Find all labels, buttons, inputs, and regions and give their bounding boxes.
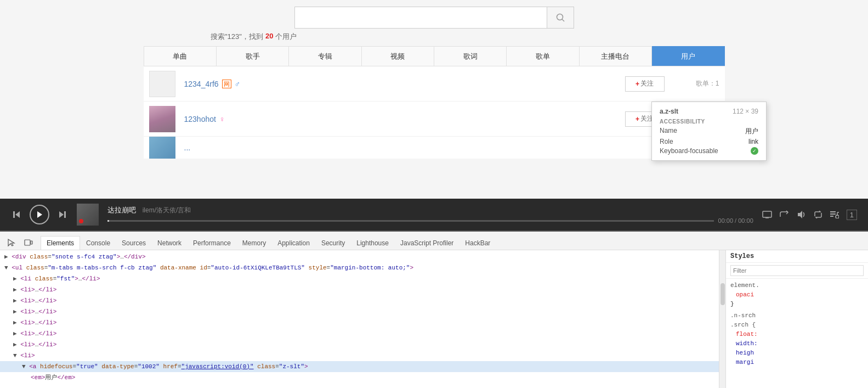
player-bar: 达拉崩吧 ilem/洛天依/言和 00:00 / 00:00 bbox=[0, 199, 868, 230]
tab-network[interactable]: Network bbox=[152, 237, 187, 250]
share-button[interactable] bbox=[780, 210, 788, 219]
tab-radio[interactable]: 主播电台 bbox=[580, 46, 652, 66]
song-count: 歌单：1 bbox=[676, 79, 719, 88]
dom-line[interactable]: ▶ <li>…</li> bbox=[0, 317, 719, 328]
dom-line[interactable]: ▶ <li>…</li> bbox=[0, 328, 719, 339]
song-name: 达拉崩吧 bbox=[107, 206, 136, 214]
user-result-item: 1234_4rf6 网 ♂ + 关注 歌单：1 bbox=[144, 66, 725, 102]
inspect-icon[interactable] bbox=[4, 235, 19, 250]
svg-rect-17 bbox=[31, 241, 32, 244]
tab-security[interactable]: Security bbox=[316, 237, 350, 250]
track-number: 1 bbox=[847, 210, 857, 220]
result-text-suffix: 个用户 bbox=[275, 32, 297, 42]
quality-button[interactable] bbox=[762, 211, 772, 218]
scrollbar-vertical[interactable] bbox=[719, 250, 725, 388]
repeat-button[interactable] bbox=[814, 211, 822, 218]
tab-lighthouse[interactable]: Lighthouse bbox=[351, 237, 394, 250]
style-rule: opaci bbox=[730, 290, 864, 300]
time-display: 00:00 / 00:00 bbox=[718, 217, 753, 224]
play-button[interactable] bbox=[30, 205, 49, 224]
follow-label: 关注 bbox=[640, 79, 654, 88]
tab-album[interactable]: 专辑 bbox=[289, 46, 361, 66]
tab-singer[interactable]: 歌手 bbox=[217, 46, 289, 66]
avatar bbox=[149, 137, 175, 159]
tooltip-prop-role: Role link bbox=[660, 138, 758, 145]
next-button[interactable] bbox=[57, 209, 68, 220]
svg-marker-9 bbox=[798, 211, 802, 218]
style-rule: float: bbox=[730, 330, 864, 339]
dom-line[interactable]: ▶ <li>…</li> bbox=[0, 339, 719, 350]
gender-icon: ♂ bbox=[235, 80, 241, 88]
tab-console[interactable]: Console bbox=[81, 237, 116, 250]
song-artists: ilem/洛天依/言和 bbox=[143, 206, 191, 214]
prop-value: link bbox=[748, 138, 758, 145]
user-name-partial: ... bbox=[184, 143, 191, 152]
search-input[interactable]: 123 bbox=[294, 7, 547, 29]
prev-icon bbox=[11, 209, 22, 220]
dom-line[interactable]: ▼ <ul class="m-tabs m-tabs-srch f-cb zta… bbox=[0, 262, 719, 273]
user-result-item: 123hohot ♀ + 关注 歌单：5 bbox=[144, 102, 725, 137]
accessibility-tooltip: a.z-slt 112 × 39 ACCESSIBILITY Name 用户 R… bbox=[651, 102, 767, 161]
svg-rect-7 bbox=[763, 211, 771, 217]
prev-button[interactable] bbox=[11, 209, 22, 220]
dom-line[interactable]: ▶ <li>…</li> bbox=[0, 295, 719, 306]
next-icon bbox=[57, 209, 68, 220]
dom-line-selected[interactable]: ▼ <a hidefocus="true" data-type="1002" h… bbox=[0, 361, 719, 372]
user-name[interactable]: 1234_4rf6 网 ♂ bbox=[184, 80, 625, 88]
svg-marker-5 bbox=[59, 211, 64, 218]
dom-line[interactable]: ▶ <li>…</li> bbox=[0, 306, 719, 317]
tab-hackbar[interactable]: HackBar bbox=[459, 237, 496, 250]
svg-marker-2 bbox=[15, 211, 20, 218]
styles-filter-input[interactable] bbox=[730, 265, 864, 276]
tab-performance[interactable]: Performance bbox=[188, 237, 236, 250]
svg-line-1 bbox=[562, 19, 564, 21]
progress-bar[interactable] bbox=[107, 220, 714, 222]
tab-memory[interactable]: Memory bbox=[237, 237, 271, 250]
tab-playlist[interactable]: 歌单 bbox=[507, 46, 579, 66]
play-icon bbox=[36, 211, 43, 218]
tooltip-prop-name: Name 用户 bbox=[660, 127, 758, 136]
dom-line[interactable]: ▶ <div class="snote s-fc4 ztag">…</div> bbox=[0, 251, 719, 262]
screen-icon bbox=[762, 211, 772, 218]
tooltip-prop-focusable: Keyboard-focusable ✓ bbox=[660, 147, 758, 155]
tab-single[interactable]: 单曲 bbox=[144, 46, 217, 66]
tab-users[interactable]: 用户 bbox=[652, 46, 724, 66]
search-result-info: 搜索"123"，找到 20 个用户 bbox=[211, 32, 297, 42]
username-text: 123hohot bbox=[184, 115, 216, 123]
dom-line[interactable]: ▶ <li>…</li> bbox=[0, 284, 719, 295]
username-text: 1234_4rf6 bbox=[184, 80, 219, 88]
scrollbar-thumb[interactable] bbox=[721, 283, 725, 305]
tab-video[interactable]: 视频 bbox=[362, 46, 434, 66]
repeat-icon bbox=[814, 211, 822, 218]
user-results: 1234_4rf6 网 ♂ + 关注 歌单：1 123hohot ♀ + 关注 bbox=[144, 66, 725, 159]
tooltip-section-title: ACCESSIBILITY bbox=[660, 119, 758, 125]
gender-icon-f: ♀ bbox=[219, 115, 225, 123]
follow-button[interactable]: + 关注 bbox=[625, 76, 665, 92]
tab-sources[interactable]: Sources bbox=[116, 237, 151, 250]
progress-fill bbox=[107, 220, 109, 222]
dom-line[interactable]: <em>用户</em> bbox=[0, 372, 719, 383]
dom-line[interactable]: ▶ <li class="fst">…</li> bbox=[0, 273, 719, 284]
search-button[interactable] bbox=[547, 7, 574, 29]
prop-label: Name bbox=[660, 127, 677, 136]
devtools-tabbar: Elements Console Sources Network Perform… bbox=[0, 232, 868, 250]
styles-filter-area bbox=[726, 263, 868, 279]
styles-panel: Styles element. opaci } .n-srch .srch { bbox=[725, 250, 868, 388]
tab-js-profiler[interactable]: JavaScript Profiler bbox=[395, 237, 459, 250]
device-icon[interactable] bbox=[21, 235, 36, 250]
dom-line[interactable]: ▼ <li> bbox=[0, 350, 719, 361]
tab-application[interactable]: Application bbox=[272, 237, 315, 250]
plus-icon: + bbox=[636, 115, 639, 123]
tab-lyrics[interactable]: 歌词 bbox=[434, 46, 507, 66]
search-bar: 123 bbox=[294, 7, 574, 29]
prop-value: 用户 bbox=[745, 127, 758, 136]
tab-elements[interactable]: Elements bbox=[41, 236, 80, 250]
net-icon: 网 bbox=[222, 80, 231, 88]
playlist-icon bbox=[830, 211, 839, 218]
progress-area: 00:00 / 00:00 bbox=[107, 217, 753, 224]
user-name[interactable]: 123hohot ♀ bbox=[184, 115, 625, 123]
playlist-button[interactable] bbox=[830, 211, 839, 218]
search-icon bbox=[555, 13, 565, 23]
player-title: 达拉崩吧 ilem/洛天依/言和 bbox=[107, 205, 753, 215]
volume-button[interactable] bbox=[796, 210, 806, 219]
